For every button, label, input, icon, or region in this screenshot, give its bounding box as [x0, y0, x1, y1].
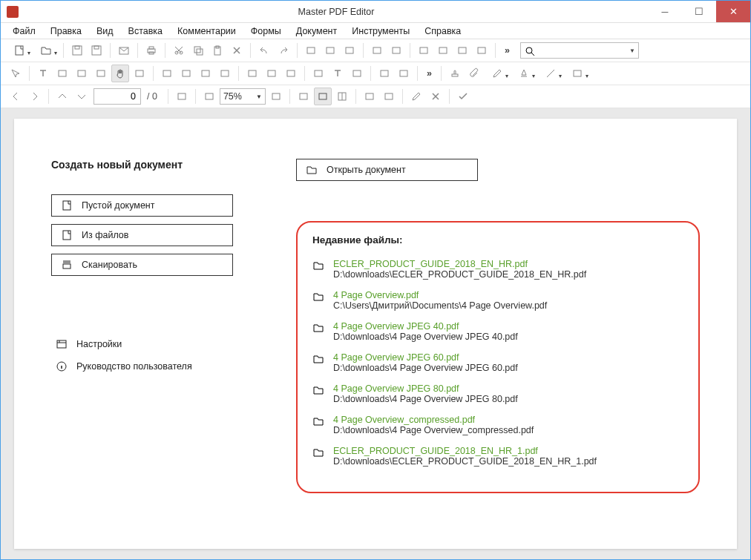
zoom-select[interactable]: 75%▼ [220, 88, 266, 105]
recent-file[interactable]: 4 Page Overview.pdf C:\Users\Дмитрий\Doc… [312, 290, 683, 311]
menu-edit[interactable]: Правка [43, 24, 89, 38]
settings-link[interactable]: Настройки [56, 338, 296, 350]
tool-c[interactable] [73, 65, 91, 82]
minimize-button[interactable]: ─ [648, 1, 682, 22]
fit-page-button[interactable] [200, 88, 218, 105]
email-button[interactable] [115, 42, 133, 59]
toolbar-btn-d[interactable] [368, 42, 386, 59]
from-files-label: Из файлов [82, 230, 128, 240]
menu-insert[interactable]: Вставка [121, 24, 170, 38]
toolbar-btn-h[interactable] [453, 42, 471, 59]
toolbar-btn-c[interactable] [341, 42, 358, 59]
open-button[interactable]: ▾ [33, 42, 59, 59]
toolbar-btn-b[interactable] [321, 42, 339, 59]
menu-view[interactable]: Вид [89, 24, 121, 38]
pencil-tool[interactable]: ▾ [485, 65, 510, 82]
next-page-button[interactable] [26, 88, 44, 105]
menu-help[interactable]: Справка [417, 24, 468, 38]
redo-button[interactable] [275, 42, 292, 59]
from-files-button[interactable]: Из файлов [51, 224, 233, 246]
folder-icon [312, 415, 324, 427]
attach-tool[interactable] [465, 65, 483, 82]
tool-i[interactable] [243, 65, 261, 82]
toolbar-nav: / 0 75%▼ [1, 85, 750, 108]
page-number-input[interactable] [94, 88, 141, 105]
tool-f[interactable] [177, 65, 195, 82]
select-region-tool[interactable] [131, 65, 148, 82]
check-button[interactable] [454, 88, 472, 105]
tool-m[interactable] [376, 65, 393, 82]
text-tool[interactable] [329, 65, 347, 82]
tool-h[interactable] [216, 65, 234, 82]
settings-icon [56, 338, 68, 350]
save-as-button[interactable] [88, 42, 105, 59]
recent-file[interactable]: 4 Page Overview JPEG 80.pdf D:\downloads… [312, 383, 683, 404]
recent-file-name: ECLER_PRODUCT_GUIDE_2018_EN_HR_1.pdf [333, 446, 597, 456]
tool-j[interactable] [263, 65, 281, 82]
edit-text-tool[interactable] [34, 65, 52, 82]
tool-n[interactable] [395, 65, 413, 82]
maximize-button[interactable]: ☐ [682, 1, 716, 22]
menu-comments[interactable]: Комментарии [170, 24, 243, 38]
view-f[interactable] [427, 88, 445, 105]
view-c[interactable] [361, 88, 378, 105]
folder-icon [312, 384, 324, 396]
tool-l[interactable] [309, 65, 327, 82]
scan-button[interactable]: Сканировать [51, 254, 233, 276]
toolbar-btn-g[interactable] [434, 42, 452, 59]
tool-b[interactable] [53, 65, 71, 82]
search-box[interactable]: ▼ [520, 42, 639, 59]
guide-link[interactable]: Руководство пользователя [56, 360, 296, 372]
recent-file[interactable]: 4 Page Overview JPEG 40.pdf D:\downloads… [312, 321, 683, 342]
zoom-in-button[interactable] [267, 88, 285, 105]
line-tool[interactable]: ▾ [538, 65, 563, 82]
toolbar-btn-f[interactable] [415, 42, 433, 59]
view-b[interactable] [314, 88, 332, 105]
save-button[interactable] [68, 42, 86, 59]
menu-document[interactable]: Документ [289, 24, 344, 38]
zoom-out-button[interactable] [173, 88, 191, 105]
menu-forms[interactable]: Формы [243, 24, 289, 38]
view-d[interactable] [380, 88, 398, 105]
tool-d[interactable] [92, 65, 110, 82]
toolbar-btn-a[interactable] [302, 42, 320, 59]
menu-file[interactable]: Файл [5, 24, 43, 38]
view-a[interactable] [295, 88, 312, 105]
cut-button[interactable] [170, 42, 188, 59]
recent-file[interactable]: 4 Page Overview JPEG 60.pdf D:\downloads… [312, 352, 683, 373]
info-icon [56, 360, 68, 372]
shape-tool[interactable]: ▾ [565, 65, 590, 82]
tool-e[interactable] [158, 65, 176, 82]
prev-page-button[interactable] [7, 88, 24, 105]
recent-file[interactable]: ECLER_PRODUCT_GUIDE_2018_EN_HR_1.pdf D:\… [312, 446, 683, 467]
print-button[interactable] [142, 42, 160, 59]
image-tool[interactable] [348, 65, 366, 82]
book-view[interactable] [333, 88, 351, 105]
open-document-button[interactable]: Открыть документ [296, 159, 478, 181]
new-button[interactable]: ▾ [7, 42, 32, 59]
toolbar-btn-i[interactable] [473, 42, 491, 59]
tools-overflow[interactable]: » [422, 68, 436, 79]
toolbar-btn-e[interactable] [387, 42, 405, 59]
view-e[interactable] [407, 88, 425, 105]
down-button[interactable] [73, 88, 91, 105]
toolbar-overflow[interactable]: » [500, 45, 514, 56]
recent-file[interactable]: ECLER_PRODUCT_GUIDE_2018_EN_HR.pdf D:\do… [312, 259, 683, 280]
stamp-tool[interactable] [446, 65, 464, 82]
close-button[interactable]: ✕ [716, 1, 750, 22]
search-dropdown-icon[interactable]: ▼ [629, 47, 635, 54]
undo-button[interactable] [255, 42, 273, 59]
up-button[interactable] [53, 88, 71, 105]
select-tool[interactable] [7, 65, 24, 82]
paste-button[interactable] [209, 42, 226, 59]
tool-g[interactable] [197, 65, 214, 82]
menu-tools[interactable]: Инструменты [344, 24, 417, 38]
copy-button[interactable] [189, 42, 207, 59]
delete-button[interactable] [228, 42, 246, 59]
recent-file-name: 4 Page Overview JPEG 60.pdf [333, 352, 518, 363]
blank-document-button[interactable]: Пустой документ [51, 194, 233, 217]
recent-file[interactable]: 4 Page Overview_compressed.pdf D:\downlo… [312, 415, 683, 435]
highlight-tool[interactable]: ▾ [511, 65, 537, 82]
tool-k[interactable] [282, 65, 300, 82]
hand-tool[interactable] [111, 65, 129, 82]
